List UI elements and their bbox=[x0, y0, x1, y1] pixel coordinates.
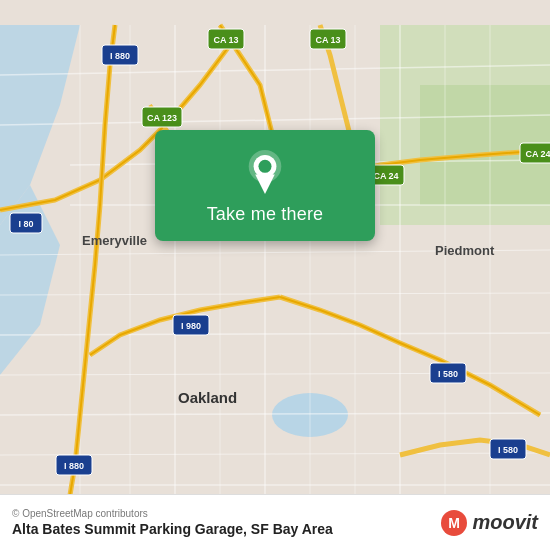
location-card: Take me there bbox=[155, 130, 375, 241]
svg-text:CA 24: CA 24 bbox=[525, 149, 550, 159]
svg-text:M: M bbox=[449, 515, 461, 531]
svg-text:I 80: I 80 bbox=[18, 219, 33, 229]
svg-text:I 580: I 580 bbox=[498, 445, 518, 455]
take-me-there-button[interactable]: Take me there bbox=[207, 204, 324, 225]
svg-text:I 580: I 580 bbox=[438, 369, 458, 379]
location-name: Alta Bates Summit Parking Garage, SF Bay… bbox=[12, 521, 333, 537]
moovit-icon: M bbox=[440, 509, 468, 537]
osm-attribution: © OpenStreetMap contributors bbox=[12, 508, 333, 519]
svg-point-53 bbox=[258, 160, 271, 173]
map-svg: I 80 I 880 I 880 I 980 I 580 I 580 CA 13… bbox=[0, 0, 550, 550]
bottom-bar: © OpenStreetMap contributors Alta Bates … bbox=[0, 494, 550, 550]
svg-text:Emeryville: Emeryville bbox=[82, 233, 147, 248]
svg-text:Oakland: Oakland bbox=[178, 389, 237, 406]
svg-text:I 980: I 980 bbox=[181, 321, 201, 331]
svg-text:CA 13: CA 13 bbox=[315, 35, 340, 45]
svg-text:I 880: I 880 bbox=[64, 461, 84, 471]
moovit-logo: M moovit bbox=[440, 509, 538, 537]
location-pin-icon bbox=[243, 150, 287, 194]
svg-text:I 880: I 880 bbox=[110, 51, 130, 61]
moovit-text: moovit bbox=[472, 511, 538, 534]
bottom-left: © OpenStreetMap contributors Alta Bates … bbox=[12, 508, 333, 537]
svg-text:CA 24: CA 24 bbox=[373, 171, 398, 181]
svg-text:CA 123: CA 123 bbox=[147, 113, 177, 123]
map-container: I 80 I 880 I 880 I 980 I 580 I 580 CA 13… bbox=[0, 0, 550, 550]
svg-line-11 bbox=[0, 333, 550, 335]
svg-text:CA 13: CA 13 bbox=[213, 35, 238, 45]
svg-text:Piedmont: Piedmont bbox=[435, 243, 495, 258]
svg-line-10 bbox=[0, 293, 550, 295]
